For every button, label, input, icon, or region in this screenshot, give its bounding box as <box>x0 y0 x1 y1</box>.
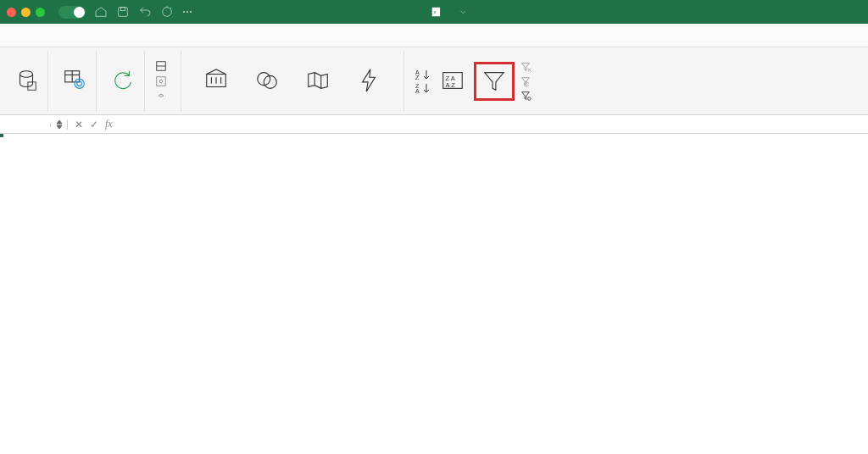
properties-button[interactable] <box>155 75 170 87</box>
reapply-filter-button[interactable] <box>520 75 535 87</box>
connections-icon <box>155 60 167 72</box>
clear-icon <box>520 61 531 73</box>
database-icon <box>14 68 39 93</box>
properties-icon <box>155 75 167 87</box>
name-box-dropdown[interactable] <box>51 119 68 130</box>
document-title[interactable]: x <box>430 6 469 18</box>
advanced-filter-button[interactable] <box>520 90 535 102</box>
ribbon-tabs <box>0 24 868 47</box>
stocks-icon <box>203 68 229 93</box>
formula-bar: ✕ ✓ fx <box>0 115 868 134</box>
sort-icon: Z AA Z <box>440 68 465 93</box>
close-window-icon[interactable] <box>7 8 16 17</box>
currencies-icon <box>254 68 280 93</box>
automatic-button[interactable] <box>353 66 385 97</box>
data-from-picture-button[interactable] <box>58 66 91 97</box>
minimize-window-icon[interactable] <box>21 8 31 17</box>
titlebar: ⋯ x <box>0 0 868 24</box>
picture-table-icon <box>62 68 87 93</box>
name-box[interactable] <box>0 123 51 126</box>
svg-point-2 <box>163 8 172 17</box>
home-icon[interactable] <box>94 5 108 19</box>
currencies-button[interactable] <box>251 66 283 97</box>
filter-button[interactable] <box>478 66 510 97</box>
sort-asc-desc-buttons[interactable]: AZ ZA <box>415 69 431 94</box>
refresh-group <box>102 51 145 112</box>
filter-icon <box>481 68 507 93</box>
data-types-group <box>181 51 404 112</box>
svg-text:A Z: A Z <box>446 80 456 88</box>
sort-desc-icon[interactable]: ZA <box>415 82 431 94</box>
excel-file-icon: x <box>430 6 442 18</box>
quick-access-toolbar: ⋯ <box>94 5 192 19</box>
svg-point-15 <box>159 80 163 83</box>
automatic-icon <box>356 68 381 93</box>
queries-connections-button[interactable] <box>155 60 170 72</box>
stocks-button[interactable] <box>200 66 232 97</box>
refresh-all-button[interactable] <box>107 66 139 97</box>
geography-icon <box>305 68 331 93</box>
redo-icon[interactable] <box>160 5 174 19</box>
filter-button-highlight <box>474 62 515 101</box>
get-data-button[interactable] <box>10 66 42 97</box>
fx-icon[interactable]: fx <box>105 118 113 130</box>
edit-links-button[interactable] <box>155 91 170 102</box>
cancel-formula-icon[interactable]: ✕ <box>75 119 83 130</box>
ribbon: AZ ZA Z AA Z <box>0 47 868 115</box>
svg-text:Z: Z <box>415 75 420 80</box>
data-from-picture-group <box>53 51 97 112</box>
maximize-window-icon[interactable] <box>36 8 45 17</box>
svg-text:A: A <box>415 88 420 94</box>
refresh-icon <box>110 68 136 93</box>
chevron-down-icon <box>56 125 63 130</box>
save-icon[interactable] <box>116 5 130 19</box>
sort-filter-group: AZ ZA Z AA Z <box>409 51 540 112</box>
geography-button[interactable] <box>302 66 334 97</box>
accept-formula-icon[interactable]: ✓ <box>90 119 98 130</box>
get-data-group <box>5 51 48 112</box>
advanced-icon <box>520 90 531 102</box>
window-controls[interactable] <box>7 8 45 17</box>
clear-filter-button[interactable] <box>520 61 535 73</box>
svg-rect-14 <box>157 76 166 86</box>
undo-icon[interactable] <box>138 5 152 19</box>
chevron-down-icon[interactable] <box>457 6 469 18</box>
autosave-switch-icon[interactable] <box>58 6 86 19</box>
qat-more-icon[interactable]: ⋯ <box>182 6 192 18</box>
svg-point-33 <box>528 97 531 100</box>
connections-group <box>150 51 175 112</box>
autosave-toggle[interactable] <box>53 6 86 19</box>
svg-point-5 <box>20 70 33 77</box>
selection-border <box>0 134 3 137</box>
svg-rect-1 <box>120 8 125 11</box>
svg-rect-0 <box>119 8 128 17</box>
sort-asc-icon[interactable]: AZ <box>415 69 431 80</box>
links-icon <box>155 91 167 102</box>
sort-button[interactable]: Z AA Z <box>437 66 469 97</box>
formula-input[interactable] <box>120 123 133 126</box>
reapply-icon <box>520 75 531 87</box>
svg-text:x: x <box>433 9 436 14</box>
